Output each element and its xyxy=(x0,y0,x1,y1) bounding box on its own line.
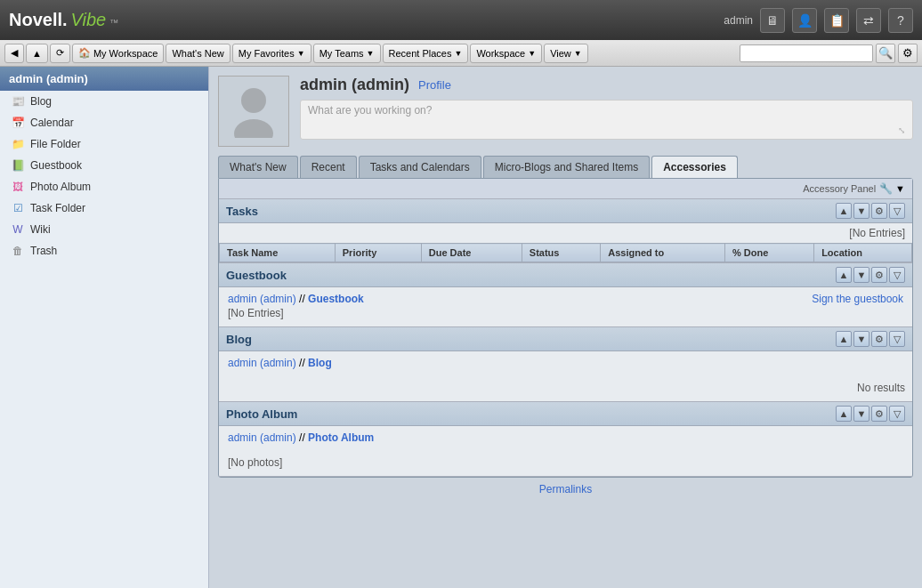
col-status: Status xyxy=(522,244,600,262)
guestbook-title-row: Guestbook ▲ ▼ ⚙ ▽ xyxy=(219,263,912,287)
guestbook-link[interactable]: Guestbook xyxy=(308,293,364,305)
sidebar-item-blog[interactable]: 📰 Blog xyxy=(0,91,208,112)
tasks-collapse-button[interactable]: ▽ xyxy=(889,203,905,219)
blog-separator: // xyxy=(299,357,308,369)
guestbook-settings-button[interactable]: ⚙ xyxy=(871,267,887,283)
my-workspace-button[interactable]: 🏠My Workspace xyxy=(72,44,165,63)
my-teams-button[interactable]: My Teams ▼ xyxy=(313,44,381,63)
svg-point-0 xyxy=(241,88,266,113)
sign-guestbook-link[interactable]: Sign the guestbook xyxy=(812,293,903,305)
tasks-up-button[interactable]: ▲ xyxy=(836,203,852,219)
search-button[interactable]: 🔍 xyxy=(876,44,895,63)
photo-settings-button[interactable]: ⚙ xyxy=(871,406,887,422)
blog-up-button[interactable]: ▲ xyxy=(836,331,852,347)
photo-up-button[interactable]: ▲ xyxy=(836,406,852,422)
tab-whats-new[interactable]: What's New xyxy=(218,156,298,178)
sidebar-item-file-folder[interactable]: 📁 File Folder xyxy=(0,133,208,155)
photo-path: admin (admin) // Photo Album xyxy=(228,431,374,444)
blog-settings-button[interactable]: ⚙ xyxy=(871,331,887,347)
search-input[interactable] xyxy=(740,44,873,62)
tab-tasks-calendars[interactable]: Tasks and Calendars xyxy=(359,156,481,178)
sidebar-label-task-folder: Task Folder xyxy=(30,202,85,214)
accessories-panel: Accessory Panel 🔧 ▼ Tasks ▲ ▼ ⚙ ▽ [No En… xyxy=(218,178,913,478)
search-box: 🔍 ⚙ xyxy=(740,44,918,63)
refresh-button[interactable]: ⟳ xyxy=(50,44,70,63)
sidebar-item-task-folder[interactable]: ☑ Task Folder xyxy=(0,197,208,219)
col-assigned-to: Assigned to xyxy=(601,244,725,262)
photo-collapse-button[interactable]: ▽ xyxy=(889,406,905,422)
tasks-down-button[interactable]: ▼ xyxy=(853,203,869,219)
help-icon[interactable]: ? xyxy=(888,8,913,33)
status-placeholder: What are you working on? xyxy=(308,104,432,117)
blog-link[interactable]: Blog xyxy=(308,357,332,369)
photo-body: admin (admin) // Photo Album xyxy=(219,426,912,449)
sidebar-header: admin (admin) xyxy=(0,67,208,91)
blog-body: admin (admin) // Blog xyxy=(219,351,912,375)
photo-separator: // xyxy=(299,431,308,444)
search-options-button[interactable]: ⚙ xyxy=(898,44,918,63)
sidebar-item-photo-album[interactable]: 🖼 Photo Album xyxy=(0,176,208,197)
photo-link[interactable]: Photo Album xyxy=(308,431,374,444)
blog-section: Blog ▲ ▼ ⚙ ▽ admin (admin) // Blog No re… xyxy=(219,327,912,402)
tasks-title-row: Tasks ▲ ▼ ⚙ ▽ xyxy=(219,199,912,223)
up-button[interactable]: ▲ xyxy=(26,44,48,63)
photo-no-photos: [No photos] xyxy=(228,455,903,471)
blog-admin-link[interactable]: admin (admin) xyxy=(228,357,296,369)
photoalbum-icon: 🖼 xyxy=(11,180,25,194)
tasks-settings-button[interactable]: ⚙ xyxy=(871,203,887,219)
clipboard-icon[interactable]: 📋 xyxy=(824,8,849,33)
sidebar-label-wiki: Wiki xyxy=(30,223,51,236)
sidebar-label-trash: Trash xyxy=(30,245,57,257)
guestbook-up-button[interactable]: ▲ xyxy=(836,267,852,283)
navigate-icon[interactable]: ⇄ xyxy=(856,8,881,33)
sidebar: admin (admin) 📰 Blog 📅 Calendar 📁 File F… xyxy=(0,67,209,588)
tabs: What's New Recent Tasks and Calendars Mi… xyxy=(218,156,913,178)
blog-collapse-button[interactable]: ▽ xyxy=(889,331,905,347)
col-priority: Priority xyxy=(335,244,421,262)
permalinks-link[interactable]: Permalinks xyxy=(539,483,592,495)
sidebar-item-wiki[interactable]: W Wiki xyxy=(0,219,208,240)
guestbook-admin-link[interactable]: admin (admin) xyxy=(228,293,296,305)
photo-admin-link[interactable]: admin (admin) xyxy=(228,431,296,444)
profile-name-row: admin (admin) Profile xyxy=(300,76,913,94)
guestbook-down-button[interactable]: ▼ xyxy=(853,267,869,283)
back-button[interactable]: ◀ xyxy=(4,44,24,63)
toolbar: ◀ ▲ ⟳ 🏠My Workspace What's New My Favori… xyxy=(0,40,922,67)
recent-places-button[interactable]: Recent Places ▼ xyxy=(383,44,469,63)
wiki-icon: W xyxy=(11,222,25,237)
topbar-right: admin 🖥 👤 📋 ⇄ ? xyxy=(724,8,913,33)
guestbook-title: Guestbook xyxy=(226,269,834,282)
col-pct-done: % Done xyxy=(724,244,813,262)
content-area: admin (admin) Profile What are you worki… xyxy=(209,67,922,588)
photo-title: Photo Album xyxy=(226,407,834,421)
svg-point-1 xyxy=(234,119,273,138)
view-button[interactable]: View ▼ xyxy=(544,44,588,63)
blog-title: Blog xyxy=(226,333,834,346)
photo-down-button[interactable]: ▼ xyxy=(853,406,869,422)
sidebar-label-photo-album: Photo Album xyxy=(30,181,91,193)
my-favorites-button[interactable]: My Favorites ▼ xyxy=(232,44,311,63)
sidebar-items: 📰 Blog 📅 Calendar 📁 File Folder 📗 Guestb… xyxy=(0,91,208,262)
monitor-icon[interactable]: 🖥 xyxy=(760,8,785,33)
sidebar-label-guestbook: Guestbook xyxy=(30,159,82,172)
tab-micro-blogs[interactable]: Micro-Blogs and Shared Items xyxy=(483,156,650,178)
guestbook-no-entries: [No Entries] xyxy=(228,305,903,321)
sidebar-item-calendar[interactable]: 📅 Calendar xyxy=(0,112,208,133)
tab-recent[interactable]: Recent xyxy=(300,156,357,178)
tab-accessories[interactable]: Accessories xyxy=(651,156,738,178)
workspace-button[interactable]: Workspace ▼ xyxy=(470,44,542,63)
guestbook-body: admin (admin) // Guestbook Sign the gues… xyxy=(219,287,912,326)
guestbook-icon: 📗 xyxy=(11,158,25,173)
profile-link[interactable]: Profile xyxy=(418,78,451,92)
blog-down-button[interactable]: ▼ xyxy=(853,331,869,347)
avatar xyxy=(218,76,289,147)
blog-icon: 📰 xyxy=(11,94,25,109)
sidebar-item-trash[interactable]: 🗑 Trash xyxy=(0,240,208,262)
whats-new-button[interactable]: What's New xyxy=(166,44,230,63)
panel-dropdown-icon[interactable]: ▼ xyxy=(895,183,905,194)
guestbook-collapse-button[interactable]: ▽ xyxy=(889,267,905,283)
sidebar-item-guestbook[interactable]: 📗 Guestbook xyxy=(0,155,208,176)
people-icon[interactable]: 👤 xyxy=(792,8,817,33)
profile-info: admin (admin) Profile What are you worki… xyxy=(300,76,913,147)
profile-name: admin (admin) xyxy=(300,76,409,94)
